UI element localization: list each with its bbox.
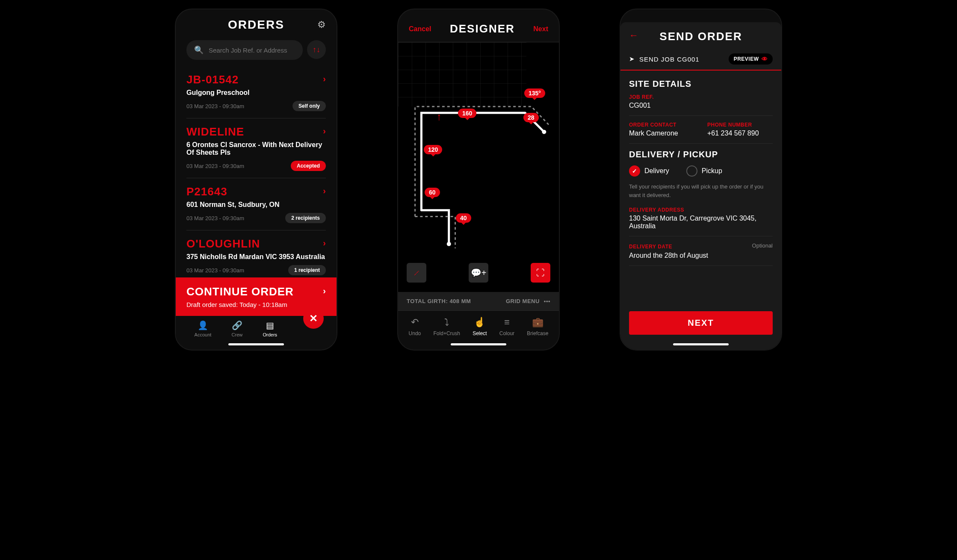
tab-label: Briefcase xyxy=(527,330,548,336)
tab-orders[interactable]: ▤ Orders xyxy=(263,320,278,337)
comment-tool[interactable]: 💬+ xyxy=(469,263,488,283)
radio-unchecked-icon xyxy=(686,165,697,177)
tab-label: Orders xyxy=(263,332,278,337)
order-date: 03 Mar 2023 - 09:30am xyxy=(186,215,244,221)
chevron-right-icon: › xyxy=(323,186,326,196)
dim-diag[interactable]: 28 xyxy=(523,113,539,122)
order-item[interactable]: P21643 › 601 Norman St, Sudbury, ON 03 M… xyxy=(186,178,326,230)
eye-icon: 👁 xyxy=(762,56,768,62)
address-value: 130 Saint Morta Dr, Carregrove VIC 3045,… xyxy=(629,215,773,230)
send-icon: ➤ xyxy=(629,55,635,63)
phone-value: +61 234 567 890 xyxy=(707,130,773,137)
select-icon: ☝ xyxy=(474,317,485,328)
dim-bottom[interactable]: 40 xyxy=(456,213,471,223)
field-label: DELIVERY DATE xyxy=(629,244,672,250)
tab-label: Account xyxy=(195,332,212,337)
designer-canvas[interactable]: ↑ 135° 160 28 120 60 40 ⟋ 💬+ ⛶ TOTAL GIR… xyxy=(398,42,559,311)
svg-point-1 xyxy=(542,130,546,134)
dim-left-upper[interactable]: 120 xyxy=(424,145,442,154)
field-label: ORDER CONTACT xyxy=(629,122,694,128)
up-arrow-icon: ↑ xyxy=(437,111,442,123)
focus-tool[interactable]: ⛶ xyxy=(531,263,550,283)
angle-label[interactable]: 135° xyxy=(524,88,545,98)
search-input[interactable]: 🔍 xyxy=(186,40,303,60)
order-item[interactable]: JB-01542 › Gulgong Preschool 03 Mar 2023… xyxy=(186,66,326,118)
tab-label: Undo xyxy=(409,330,421,336)
tab-crew[interactable]: 🔗 Crew xyxy=(232,320,243,337)
next-button[interactable]: NEXT xyxy=(629,311,773,335)
chevron-right-icon: › xyxy=(323,126,326,136)
tab-label: Select xyxy=(473,330,487,336)
tab-account[interactable]: 👤 Account xyxy=(195,320,212,337)
tool-colour[interactable]: ≡Colour xyxy=(499,317,514,336)
field-label: JOB REF. xyxy=(629,94,773,100)
order-item[interactable]: WIDELINE › 6 Orontes Cl Sancrox - With N… xyxy=(186,118,326,178)
orders-icon: ▤ xyxy=(266,320,274,330)
tool-select[interactable]: ☝Select xyxy=(473,317,487,336)
job-ref-header: SEND JOB CG001 xyxy=(639,56,700,63)
undo-icon: ↶ xyxy=(411,317,419,328)
home-indicator xyxy=(451,343,506,345)
search-field[interactable] xyxy=(209,47,295,54)
preview-button[interactable]: PREVIEW 👁 xyxy=(729,53,773,65)
grid-menu-button[interactable]: GRID MENU ••• xyxy=(506,298,550,304)
page-title: SEND ORDER xyxy=(629,30,773,43)
fold-icon: ⤵ xyxy=(444,317,449,328)
order-subtitle: 601 Norman St, Sudbury, ON xyxy=(186,201,326,209)
home-indicator xyxy=(673,343,729,345)
status-badge: Self only xyxy=(292,101,326,111)
dots-icon: ••• xyxy=(544,298,550,304)
tool-undo[interactable]: ↶Undo xyxy=(409,317,421,336)
order-subtitle: Gulgong Preschool xyxy=(186,89,326,97)
order-date: 03 Mar 2023 - 09:30am xyxy=(186,163,244,169)
chevron-right-icon: › xyxy=(323,74,326,84)
search-icon: 🔍 xyxy=(194,45,204,55)
field-label: DELIVERY ADDRESS xyxy=(629,207,773,213)
crew-icon: 🔗 xyxy=(232,320,242,330)
radio-delivery[interactable]: ✓ Delivery xyxy=(629,165,669,177)
order-date: 03 Mar 2023 - 09:30am xyxy=(186,267,244,274)
radio-label: Delivery xyxy=(644,167,669,175)
contact-value: Mark Camerone xyxy=(629,130,694,137)
gear-icon[interactable]: ⚙ xyxy=(317,19,326,30)
chevron-right-icon: › xyxy=(323,238,326,248)
dim-left-lower[interactable]: 60 xyxy=(425,188,440,197)
order-id: WIDELINE xyxy=(186,125,326,139)
home-indicator xyxy=(228,343,284,345)
phone-designer: Cancel DESIGNER Next ↑ 135° 160 28 120 6… xyxy=(397,9,560,351)
phone-orders: ORDERS ⚙ 🔍 ↑↓ JB-01542 › Gulgong Prescho… xyxy=(175,9,337,351)
continue-subtitle: Draft order saved: Today - 10:18am xyxy=(186,301,326,308)
svg-point-2 xyxy=(447,242,451,246)
page-title: DESIGNER xyxy=(450,22,515,35)
account-icon: 👤 xyxy=(198,320,208,330)
page-title: ORDERS xyxy=(228,18,284,32)
radio-label: Pickup xyxy=(702,167,722,175)
total-girth: TOTAL GIRTH: 408 MM xyxy=(407,298,471,304)
chevron-right-icon: › xyxy=(323,286,326,296)
helper-text: Tell your recipients if you will pick up… xyxy=(629,183,773,199)
close-button[interactable]: ✕ xyxy=(303,308,324,329)
stroke-tool[interactable]: ⟋ xyxy=(407,263,426,283)
sort-button[interactable]: ↑↓ xyxy=(307,40,326,59)
preview-label: PREVIEW xyxy=(734,56,759,62)
order-subtitle: 6 Orontes Cl Sancrox - With Next Deliver… xyxy=(186,141,326,156)
order-id: P21643 xyxy=(186,185,326,198)
dim-top[interactable]: 160 xyxy=(458,109,476,118)
briefcase-icon: 💼 xyxy=(532,317,543,328)
tool-fold-crush[interactable]: ⤵Fold+Crush xyxy=(434,317,460,336)
cancel-button[interactable]: Cancel xyxy=(409,25,431,33)
grid-menu-label: GRID MENU xyxy=(506,298,540,304)
radio-pickup[interactable]: Pickup xyxy=(686,165,722,177)
radio-checked-icon: ✓ xyxy=(629,165,640,177)
section-site-details: SITE DETAILS xyxy=(629,79,773,89)
tool-briefcase[interactable]: 💼Briefcase xyxy=(527,317,548,336)
order-date: 03 Mar 2023 - 09:30am xyxy=(186,103,244,109)
order-item[interactable]: O'LOUGHLIN › 375 Nicholls Rd Mardan VIC … xyxy=(186,230,326,277)
field-label: PHONE NUMBER xyxy=(707,122,773,128)
next-button[interactable]: Next xyxy=(533,25,548,33)
tab-label: Crew xyxy=(232,332,243,337)
back-button[interactable]: ← xyxy=(629,30,638,41)
job-ref-value: CG001 xyxy=(629,102,773,109)
status-badge: 1 recipient xyxy=(288,265,326,275)
colour-icon: ≡ xyxy=(504,317,510,328)
